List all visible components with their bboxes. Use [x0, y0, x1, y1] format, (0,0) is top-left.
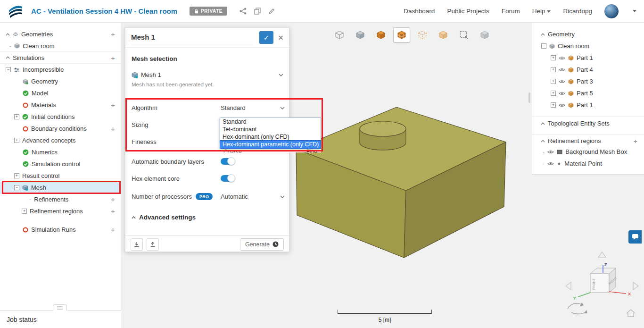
- rtree-item-part[interactable]: + Part 4: [532, 64, 644, 76]
- collapse-box[interactable]: −: [541, 43, 546, 49]
- orientation-widget[interactable]: FRONT RIGHT Z X Y: [562, 249, 642, 320]
- download-settings-button[interactable]: [131, 238, 143, 251]
- rtree-item-part[interactable]: + Part 1: [532, 99, 644, 111]
- rtree-section-topological-entity-sets[interactable]: Topological Entity Sets: [532, 117, 644, 128]
- collapse-box[interactable]: −: [14, 185, 19, 190]
- add-refinement-region-button[interactable]: +: [633, 137, 637, 144]
- rtree-item-part[interactable]: + Part 3: [532, 76, 644, 87]
- visibility-eye-icon[interactable]: [559, 67, 565, 72]
- expand-box[interactable]: +: [14, 173, 19, 178]
- dropdown-option[interactable]: Standard: [220, 118, 321, 126]
- tree-item-simulation-control[interactable]: Simulation control: [0, 158, 121, 170]
- sidebar-collapse-handle[interactable]: [53, 304, 67, 311]
- visibility-eye-icon[interactable]: [559, 56, 565, 60]
- add-simulation-run-button[interactable]: +: [111, 226, 115, 233]
- rotate-right-arrow[interactable]: [633, 282, 638, 290]
- view-node-mesh-icon[interactable]: [414, 27, 431, 42]
- view-mesh-clip-icon[interactable]: [476, 27, 493, 42]
- algorithm-select[interactable]: Standard: [221, 104, 285, 111]
- expand-box[interactable]: +: [551, 67, 556, 72]
- support-chat-button[interactable]: [628, 230, 642, 244]
- nav-public-projects[interactable]: Public Projects: [447, 8, 489, 15]
- expand-box[interactable]: +: [551, 55, 556, 60]
- tree-item-geometry[interactable]: Geometry: [0, 76, 121, 87]
- visibility-eye-icon[interactable]: [559, 91, 565, 96]
- rtree-item-background-mesh-box[interactable]: - Background Mesh Box: [532, 146, 644, 158]
- tree-item-numerics[interactable]: Numerics: [0, 146, 121, 158]
- generate-mesh-button[interactable]: Generate: [240, 238, 284, 251]
- add-geometry-button[interactable]: +: [111, 31, 115, 38]
- expand-box[interactable]: +: [551, 102, 556, 108]
- upload-settings-button[interactable]: [147, 238, 159, 251]
- dropdown-option[interactable]: Tet-dominant: [220, 126, 321, 133]
- rotate-ccw-arrow[interactable]: [568, 303, 582, 309]
- rtree-section-refinement-regions[interactable]: Refinement regions +: [532, 134, 644, 146]
- edit-icon[interactable]: [268, 8, 275, 15]
- scrollbar-thumb[interactable]: [528, 93, 530, 103]
- copy-icon[interactable]: [254, 8, 261, 15]
- expand-box[interactable]: +: [14, 114, 19, 119]
- share-icon[interactable]: [239, 8, 247, 15]
- visibility-eye-icon[interactable]: [547, 161, 554, 166]
- nav-forum[interactable]: Forum: [502, 8, 520, 15]
- tree-item-initial-conditions[interactable]: + Initial conditions: [0, 111, 121, 123]
- rtree-item-clean-room[interactable]: − Clean room: [532, 40, 644, 52]
- tree-item-boundary-conditions[interactable]: Boundary conditions +: [0, 123, 121, 135]
- tree-section-geometries[interactable]: Geometries +: [0, 28, 121, 40]
- dropdown-option[interactable]: Hex-dominant (only CFD): [220, 133, 321, 141]
- rtree-item-part[interactable]: + Part 5: [532, 87, 644, 99]
- tree-item-refinements[interactable]: - Refinements +: [0, 193, 121, 205]
- expand-box[interactable]: +: [14, 138, 19, 143]
- advanced-settings-toggle[interactable]: Advanced settings: [132, 214, 196, 221]
- view-surface-mesh-icon[interactable]: [393, 27, 410, 42]
- simscale-logo-icon[interactable]: [8, 3, 24, 19]
- tree-item-result-control[interactable]: + Result control: [0, 170, 121, 182]
- user-avatar[interactable]: [604, 4, 619, 18]
- tree-item-refinement-regions[interactable]: + Refinement regions +: [0, 205, 121, 217]
- tree-item-incompressible[interactable]: − Incompressible: [0, 64, 121, 76]
- tree-item-materials[interactable]: Materials +: [0, 99, 121, 111]
- tree-item-model[interactable]: Model: [0, 87, 121, 99]
- close-panel-button[interactable]: ×: [278, 33, 283, 42]
- visibility-eye-icon[interactable]: [559, 103, 565, 108]
- view-translucent-mesh-icon[interactable]: [435, 27, 452, 42]
- auto-boundary-layers-toggle[interactable]: [221, 158, 237, 165]
- rtree-item-part[interactable]: + Part 1: [532, 52, 644, 64]
- tree-section-simulations[interactable]: Simulations +: [0, 52, 121, 64]
- home-view-icon[interactable]: [627, 310, 635, 317]
- tree-item-clean-room[interactable]: - Clean room: [0, 40, 121, 52]
- nav-help[interactable]: Help: [532, 8, 551, 15]
- rtree-section-geometry[interactable]: Geometry: [532, 28, 644, 40]
- apply-button[interactable]: ✓: [259, 31, 273, 44]
- view-geometry-icon[interactable]: [331, 27, 348, 42]
- tree-item-mesh[interactable]: − Mesh: [0, 182, 121, 193]
- processors-select[interactable]: Automatic: [221, 193, 285, 200]
- rtree-item-material-point[interactable]: - Material Point: [532, 158, 644, 169]
- tree-item-simulation-runs[interactable]: Simulation Runs +: [0, 224, 121, 235]
- job-status-panel[interactable]: Job status: [0, 310, 121, 328]
- visibility-eye-icon[interactable]: [547, 150, 554, 154]
- mesh-selection-dropdown[interactable]: Mesh 1: [132, 71, 283, 78]
- collapse-box[interactable]: −: [6, 67, 11, 72]
- tree-item-advanced-concepts[interactable]: + Advanced concepts: [0, 135, 121, 146]
- add-material-button[interactable]: +: [111, 101, 115, 109]
- add-refinement-button[interactable]: +: [111, 196, 115, 203]
- expand-box[interactable]: +: [551, 91, 556, 96]
- rotate-up-arrow[interactable]: [598, 252, 606, 257]
- add-refinement-region-button[interactable]: +: [111, 208, 115, 215]
- box-select-icon[interactable]: [455, 27, 472, 42]
- user-menu-chevron-icon[interactable]: [633, 10, 636, 12]
- add-boundary-condition-button[interactable]: +: [111, 125, 115, 132]
- view-solid-mesh-icon[interactable]: [372, 27, 389, 42]
- cylinder-top[interactable]: [360, 121, 406, 136]
- dropdown-option-highlighted[interactable]: Hex-dominant parametric (only CFD): [220, 141, 321, 148]
- nav-username[interactable]: Ricardopg: [563, 8, 592, 15]
- mesh-name-field[interactable]: Mesh 1: [131, 30, 253, 45]
- visibility-eye-icon[interactable]: [559, 79, 565, 84]
- view-surfaces-icon[interactable]: [352, 27, 369, 42]
- expand-box[interactable]: +: [551, 79, 556, 84]
- nav-dashboard[interactable]: Dashboard: [404, 8, 435, 15]
- add-simulation-button[interactable]: +: [111, 54, 115, 61]
- expand-box[interactable]: +: [22, 209, 27, 214]
- rotate-left-arrow[interactable]: [566, 282, 571, 290]
